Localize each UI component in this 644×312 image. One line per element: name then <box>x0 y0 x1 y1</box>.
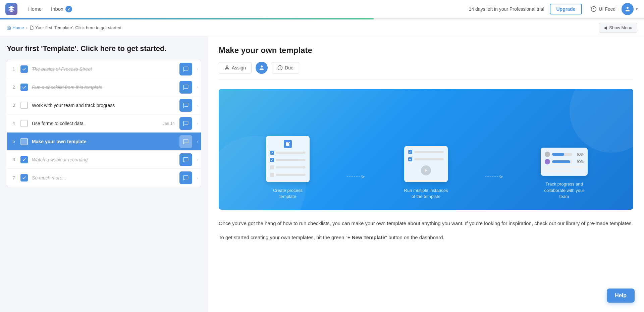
feature-step-3: 60% 90% Track progress and collaborate w… <box>505 148 623 200</box>
progress-avatar-1 <box>545 152 550 157</box>
right-panel: Make your own template Assign Due <box>208 36 644 312</box>
main-layout: Your first 'Template'. Click here to get… <box>0 36 644 312</box>
assign-button[interactable]: Assign <box>219 62 252 73</box>
upgrade-button[interactable]: Upgrade <box>550 4 582 14</box>
item-action-button[interactable] <box>179 117 192 130</box>
top-navigation: Home Inbox 2 14 days left in your Profes… <box>0 0 644 18</box>
checklist-item[interactable]: 4Use forms to collect dataJan 14› <box>7 114 201 133</box>
item-label: Run a checklist from this template <box>32 85 175 90</box>
checklist-item[interactable]: 6Watch a webinar recording› <box>7 151 201 169</box>
item-action-button[interactable] <box>179 135 192 148</box>
help-button[interactable]: Help <box>607 289 635 303</box>
due-button[interactable]: Due <box>272 62 299 73</box>
item-number: 5 <box>7 139 20 144</box>
item-action-button[interactable] <box>179 153 192 166</box>
left-panel: Your first 'Template'. Click here to get… <box>0 36 208 312</box>
nav-links: Home Inbox 2 <box>24 4 76 14</box>
app-logo[interactable] <box>5 3 17 15</box>
step-arrow-1 <box>347 174 367 200</box>
item-checkbox[interactable] <box>20 120 28 127</box>
checklist-item[interactable]: 7So much more...› <box>7 169 201 187</box>
item-label: Work with your team and track progress <box>32 103 175 108</box>
user-avatar[interactable] <box>622 3 634 15</box>
step-card-3: 60% 90% <box>541 148 588 176</box>
trial-text: 14 days left in your Professional trial <box>469 6 544 12</box>
item-checkbox[interactable] <box>20 102 28 109</box>
item-chevron: › <box>194 66 201 71</box>
item-checkbox[interactable] <box>20 65 28 73</box>
item-label: Use forms to collect data <box>32 121 163 126</box>
breadcrumb-current: Your first 'Template'. Click here to get… <box>30 25 122 30</box>
item-label: Watch a webinar recording <box>32 157 175 162</box>
step-card-1 <box>266 136 310 182</box>
progress-pct-2: 90% <box>574 160 584 164</box>
item-date: Jan 14 <box>163 121 175 126</box>
step-label-1: Create process template <box>264 188 311 200</box>
item-checkbox[interactable] <box>20 156 28 163</box>
item-checkbox[interactable] <box>20 84 28 91</box>
item-number: 2 <box>7 85 20 90</box>
item-action-button[interactable] <box>179 81 192 94</box>
body-paragraph-1: Once you've got the hang of how to run c… <box>219 219 633 228</box>
item-number: 6 <box>7 157 20 162</box>
item-number: 1 <box>7 66 20 71</box>
item-number: 7 <box>7 175 20 180</box>
step-label-3: Track progress and collaborate with your… <box>541 181 588 200</box>
item-label: So much more... <box>32 175 175 180</box>
breadcrumb-bar: Home › Your first 'Template'. Click here… <box>0 19 644 36</box>
body-paragraph-2: To get started creating your own templat… <box>219 233 633 242</box>
item-action-button[interactable] <box>179 63 192 75</box>
progress-avatar-2 <box>545 159 550 164</box>
feature-step-1: Create process template <box>229 136 347 200</box>
panel-title: Your first 'Template'. Click here to get… <box>7 44 201 53</box>
breadcrumb-separator: › <box>26 25 28 30</box>
inbox-badge: 2 <box>65 6 72 12</box>
user-menu-chevron[interactable]: ▼ <box>635 7 639 11</box>
item-chevron: › <box>194 103 201 108</box>
content-title: Make your own template <box>219 46 633 55</box>
checklist-item[interactable]: 5Make your own template› <box>7 133 201 151</box>
item-checkbox[interactable] <box>20 174 28 181</box>
checklist-item[interactable]: 3Work with your team and track progress› <box>7 96 201 114</box>
progress-pct-1: 60% <box>574 153 584 156</box>
svg-marker-8 <box>425 168 427 172</box>
toolbar-row: Assign Due <box>219 62 633 80</box>
checklist-item[interactable]: 2Run a checklist from this template› <box>7 78 201 96</box>
item-number: 3 <box>7 103 20 108</box>
item-chevron: › <box>194 85 201 90</box>
svg-point-3 <box>627 7 629 9</box>
item-chevron: › <box>194 139 201 144</box>
item-checkbox[interactable] <box>20 138 28 145</box>
step-card-2 <box>404 146 448 182</box>
feature-illustration: Create process template <box>219 89 633 210</box>
nav-inbox[interactable]: Inbox 2 <box>47 4 76 14</box>
checklist-item[interactable]: 1The basics of Process Street› <box>7 60 201 78</box>
item-action-button[interactable] <box>179 171 192 184</box>
content-body: Once you've got the hang of how to run c… <box>219 219 633 242</box>
nav-home[interactable]: Home <box>24 4 46 14</box>
svg-point-4 <box>226 66 228 67</box>
play-icon <box>421 165 431 175</box>
ui-feed-button[interactable]: UI Feed <box>587 4 619 14</box>
assignee-avatar[interactable] <box>256 62 268 74</box>
item-label: Make your own template <box>32 139 175 144</box>
show-menu-button[interactable]: ◀ Show Menu <box>599 23 637 33</box>
breadcrumb-left: Home › Your first 'Template'. Click here… <box>7 25 122 30</box>
item-number: 4 <box>7 121 20 126</box>
breadcrumb-home[interactable]: Home <box>7 25 24 30</box>
progress-row-1: 60% <box>545 152 584 157</box>
item-chevron: › <box>194 175 201 180</box>
item-label: The basics of Process Street <box>32 66 175 72</box>
checklist-container: 1The basics of Process Street›2Run a che… <box>7 60 201 187</box>
feature-step-2: Run multiple instances of the template <box>367 146 485 200</box>
svg-point-5 <box>261 65 263 67</box>
step-label-2: Run multiple instances of the template <box>402 188 449 200</box>
step-arrow-2 <box>485 174 505 200</box>
progress-row-2: 90% <box>545 159 584 164</box>
item-chevron: › <box>194 121 201 126</box>
item-chevron: › <box>194 157 201 162</box>
pencil-icon <box>284 140 292 148</box>
item-action-button[interactable] <box>179 99 192 112</box>
